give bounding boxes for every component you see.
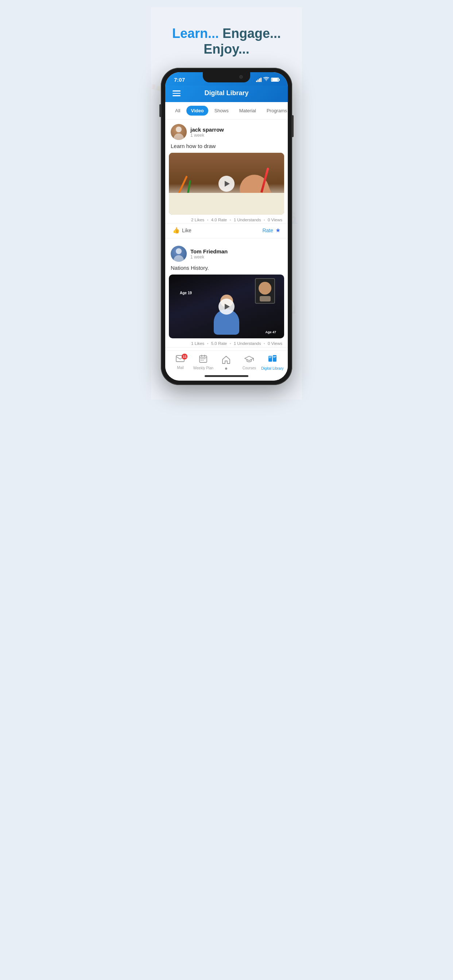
mail-badge: 11 [182,354,187,360]
post-header-1: jack sparrow 1 week [165,119,288,143]
svg-rect-20 [269,358,271,358]
age-19-label: Age 19 [180,291,192,295]
age-47-label: Age 47 [265,330,276,334]
wifi-icon [263,77,269,83]
phone-notch [203,72,250,83]
signal-icon [256,78,262,82]
mail-icon: 11 [176,355,185,364]
nav-label-digital-library: Digital Library [261,366,283,371]
home-dot [225,368,227,370]
post-info-1: jack sparrow 1 week [190,127,282,138]
stat-understands-2: 1 Understands [234,341,261,345]
stat-likes-1: 2 Likes [191,218,204,222]
svg-rect-22 [273,357,275,358]
video-thumb-2[interactable]: Age 19 Age 47 [169,275,284,338]
like-button-1[interactable]: 👍 Like [172,227,191,234]
post-stats-1: 2 Likes • 4.0 Rate • 1 Understands • 0 V… [165,215,288,223]
rate-button-1[interactable]: Rate ★ [262,227,281,234]
app-header: Digital Library [165,86,288,102]
tab-programs[interactable]: Programs [262,106,288,116]
page-title: Digital Library [204,89,248,97]
nav-item-courses[interactable]: Courses [238,355,260,370]
post-header-2: Tom Friedman 1 week [165,241,288,265]
post-actions-1: 👍 Like Rate ★ [165,223,288,238]
content-area: jack sparrow 1 week Learn how to draw [165,119,288,350]
filter-tabs: All Video Shows Material Programs [165,102,288,119]
svg-rect-15 [203,360,204,361]
play-button-2[interactable] [219,299,234,315]
stat-rate-2: 5.0 Rate [211,341,227,345]
headline: Learn... Engage... Enjoy... [151,18,302,68]
video-thumb-1[interactable] [169,153,284,215]
avatar-tom [171,246,187,262]
page-wrapper: ✏️ 📐 📚 🔬 ✏️ 📖 Learn... Engage... Enjoy..… [151,7,302,399]
bottom-bar [165,372,288,380]
status-icons [256,77,279,83]
post-caption-1: Learn how to draw [165,143,288,153]
svg-rect-21 [273,356,276,357]
nav-item-home[interactable] [215,355,237,370]
play-button-1[interactable] [219,176,234,192]
calendar-icon [199,355,207,365]
home-icon [222,355,231,366]
camera-dot [239,75,243,79]
hamburger-menu-button[interactable] [172,91,180,96]
bottom-nav: 11 Mail [165,350,288,372]
nav-item-digital-library[interactable]: Digital Library [261,355,283,371]
svg-rect-13 [204,358,205,359]
status-time: 7:07 [174,76,185,83]
svg-rect-14 [201,360,202,361]
stat-likes-2: 1 Likes [191,341,204,345]
svg-rect-19 [269,356,272,357]
nav-item-mail[interactable]: 11 Mail [169,355,191,370]
avatar-jack [171,124,187,140]
post-card-2: Tom Friedman 1 week Nations History. Age… [165,241,288,347]
phone-frame: 7:07 [161,68,292,385]
nav-label-mail: Mail [177,366,183,370]
nav-label-weekly-plan: Weekly Plan [193,366,214,370]
graduation-icon [244,355,254,365]
tab-material[interactable]: Material [235,106,260,116]
tab-shows[interactable]: Shows [210,106,233,116]
books-icon [268,355,277,365]
post-time-1: 1 week [190,133,282,138]
tab-all[interactable]: All [171,106,185,116]
star-icon-1: ★ [275,227,281,234]
stat-rate-1: 4.0 Rate [211,218,227,222]
battery-icon [271,78,279,82]
post-info-2: Tom Friedman 1 week [190,248,282,259]
tab-video[interactable]: Video [187,106,208,116]
like-label-1: Like [182,228,191,233]
home-indicator [205,375,248,377]
thumbs-up-icon: 👍 [172,227,180,234]
nav-label-courses: Courses [242,366,256,370]
stat-understands-1: 1 Understands [234,218,261,222]
post-caption-2: Nations History. [165,265,288,275]
post-card-1: jack sparrow 1 week Learn how to draw [165,119,288,239]
stat-views-2: 0 Views [268,341,282,345]
post-time-2: 1 week [190,255,282,259]
stat-views-1: 0 Views [268,218,282,222]
svg-rect-12 [203,358,204,359]
post-stats-2: 1 Likes • 5.0 Rate • 1 Understands • 0 V… [165,338,288,347]
nav-item-weekly-plan[interactable]: Weekly Plan [192,355,214,370]
post-author-1: jack sparrow [190,127,282,133]
svg-rect-11 [201,358,202,359]
post-author-2: Tom Friedman [190,248,282,255]
headline-learn: Learn... [172,26,219,41]
portrait-card [255,278,275,304]
phone-screen: 7:07 [165,72,288,380]
rate-label-1: Rate [262,228,273,233]
svg-rect-18 [273,355,276,362]
